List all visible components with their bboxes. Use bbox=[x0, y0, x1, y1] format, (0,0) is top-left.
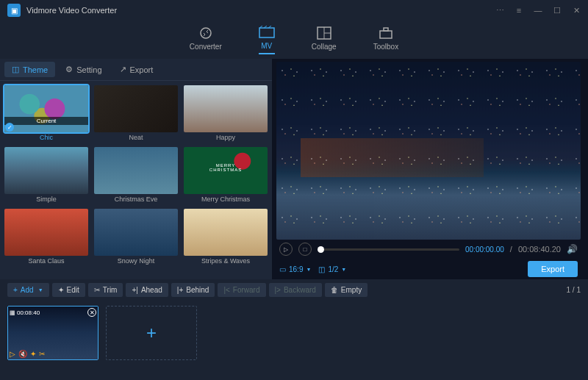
theme-neat[interactable]: Neat bbox=[94, 85, 178, 141]
svg-point-0 bbox=[201, 28, 211, 38]
nav-mv[interactable]: MV bbox=[259, 26, 275, 54]
theme-simple[interactable]: Simple bbox=[4, 147, 88, 203]
app-logo: ▣ bbox=[7, 4, 21, 17]
theme-happy[interactable]: Happy bbox=[184, 85, 268, 141]
export-button[interactable]: Export bbox=[528, 261, 578, 277]
svg-rect-6 bbox=[384, 28, 388, 31]
behind-button[interactable]: |+Behind bbox=[171, 283, 215, 297]
svg-rect-1 bbox=[259, 28, 274, 37]
edit-icon: ✦ bbox=[58, 286, 64, 294]
chevron-down-icon: ▼ bbox=[341, 267, 346, 272]
scissors-icon: ✂ bbox=[94, 286, 100, 294]
trim-button[interactable]: ✂Trim bbox=[88, 283, 123, 297]
add-button[interactable]: +Add▼ bbox=[7, 283, 49, 297]
stop-button[interactable]: □ bbox=[298, 243, 312, 256]
tab-theme[interactable]: ◫ Theme bbox=[4, 62, 55, 77]
theme-icon: ◫ bbox=[12, 65, 19, 74]
trash-icon: 🗑 bbox=[331, 286, 338, 294]
plus-icon: + bbox=[146, 323, 157, 343]
tab-export[interactable]: ↗ Export bbox=[112, 62, 161, 77]
forward-icon: |< bbox=[223, 286, 229, 294]
collage-icon bbox=[316, 26, 332, 40]
aspect-icon: ▭ bbox=[279, 265, 286, 273]
behind-icon: |+ bbox=[177, 286, 183, 294]
add-clip-button[interactable]: + bbox=[106, 306, 197, 360]
aspect-ratio-selector[interactable]: ▭16:9▼ bbox=[279, 265, 311, 273]
close-button[interactable]: ✕ bbox=[572, 6, 581, 15]
theme-chic[interactable]: Current✓ Chic bbox=[4, 85, 88, 141]
theme-santa-claus[interactable]: Santa Claus bbox=[4, 209, 88, 265]
clip-duration: 00:08:40 bbox=[17, 309, 40, 316]
maximize-button[interactable]: ☐ bbox=[553, 6, 562, 15]
theme-snowy-night[interactable]: Snowy Night bbox=[94, 209, 178, 265]
check-icon: ✓ bbox=[5, 123, 14, 132]
chevron-down-icon: ▼ bbox=[306, 267, 311, 272]
app-title: Vidmore Video Converter bbox=[26, 6, 495, 15]
nav-collage[interactable]: Collage bbox=[312, 26, 337, 54]
clip-trim-icon[interactable]: ✂ bbox=[39, 350, 45, 358]
converter-icon bbox=[198, 26, 214, 40]
clip-mute-icon[interactable]: 🔇 bbox=[18, 350, 27, 358]
clip-item[interactable]: ▦00:08:40 ✕ ▷ 🔇 ✦ ✂ bbox=[7, 306, 98, 360]
play-button[interactable]: ▷ bbox=[279, 243, 293, 256]
nav-converter[interactable]: Converter bbox=[190, 26, 222, 54]
ahead-button[interactable]: +|Ahead bbox=[126, 283, 168, 297]
theme-grid: Current✓ Chic Neat Happy Simple Christma… bbox=[0, 81, 272, 279]
clip-effects-icon[interactable]: ✦ bbox=[30, 350, 36, 358]
gear-icon: ⚙ bbox=[65, 65, 73, 74]
pager: 1 / 1 bbox=[567, 286, 581, 294]
zoom-selector[interactable]: ◫1/2▼ bbox=[318, 265, 346, 273]
mv-icon bbox=[259, 26, 275, 39]
feedback-icon[interactable]: ⋯ bbox=[495, 6, 504, 15]
volume-icon[interactable]: 🔊 bbox=[567, 244, 578, 254]
export-icon: ↗ bbox=[120, 65, 126, 74]
ahead-icon: +| bbox=[132, 286, 137, 294]
remove-clip-button[interactable]: ✕ bbox=[87, 308, 96, 317]
theme-stripes-waves[interactable]: Stripes & Waves bbox=[184, 209, 268, 265]
chevron-down-icon: ▼ bbox=[38, 287, 43, 293]
total-time: 00:08:40.20 bbox=[518, 245, 561, 254]
current-time: 00:00:00.00 bbox=[465, 245, 504, 254]
nav-toolbox[interactable]: Toolbox bbox=[373, 26, 398, 54]
edit-button[interactable]: ✦Edit bbox=[52, 283, 85, 297]
svg-rect-5 bbox=[380, 31, 392, 38]
forward-button[interactable]: |<Forward bbox=[218, 283, 265, 297]
progress-bar[interactable] bbox=[318, 248, 459, 251]
menu-icon[interactable]: ≡ bbox=[514, 6, 523, 15]
theme-merry-christmas[interactable]: MERRYCHRISTMASMerry Christmas bbox=[184, 147, 268, 203]
theme-christmas-eve[interactable]: Christmas Eve bbox=[94, 147, 178, 203]
empty-button[interactable]: 🗑Empty bbox=[325, 283, 368, 297]
plus-icon: + bbox=[13, 286, 18, 294]
film-icon: ▦ bbox=[10, 309, 15, 316]
minimize-button[interactable]: — bbox=[534, 6, 542, 15]
clip-play-icon[interactable]: ▷ bbox=[10, 350, 15, 358]
progress-knob[interactable] bbox=[318, 246, 324, 253]
split-icon: ◫ bbox=[318, 265, 325, 273]
video-preview[interactable] bbox=[276, 62, 581, 240]
backward-icon: |> bbox=[275, 286, 281, 294]
toolbox-icon bbox=[378, 26, 394, 40]
tab-setting[interactable]: ⚙ Setting bbox=[58, 62, 109, 77]
backward-button[interactable]: |>Backward bbox=[269, 283, 322, 297]
